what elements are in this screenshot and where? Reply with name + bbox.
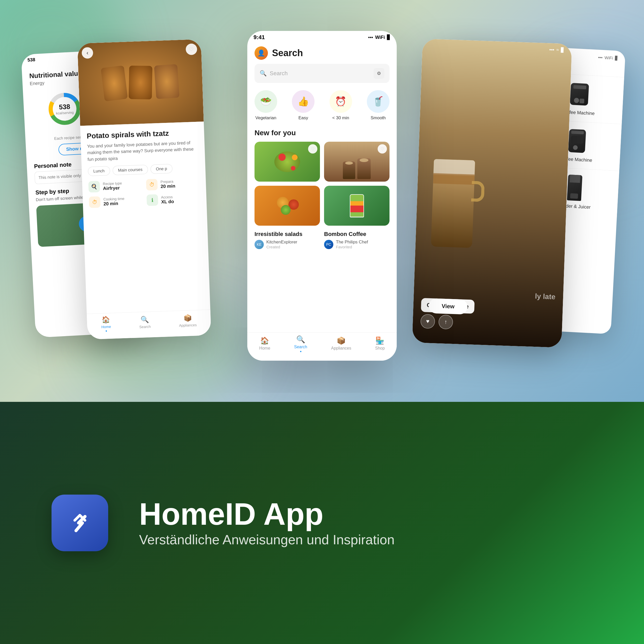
phone-search: 9:41 ▪▪▪ WiFi ▊ 👤 Search 🔍 Search ⚙ <box>247 31 397 361</box>
vegetarian-icon: 🥗 <box>255 90 277 113</box>
new-for-you-title: New for you <box>255 129 389 137</box>
recipe-hero: ‹ ♡ <box>77 39 204 126</box>
logo-svg <box>63 506 97 540</box>
search-status-bar: 9:41 ▪▪▪ WiFi ▊ <box>247 31 397 42</box>
recipe-title: Potato spirals with tzatz <box>87 128 198 141</box>
kitchen-explorer-name: KitchenExplorer <box>266 240 297 245</box>
prep-value: 20 min <box>160 183 175 189</box>
tag-main: Main courses <box>112 165 148 175</box>
battery-icon: ▊ <box>387 35 391 40</box>
smooth-label: Smooth <box>371 115 386 121</box>
late-text: ly late <box>535 292 555 301</box>
colorful-salad-card[interactable] <box>255 186 320 226</box>
nav-appliances[interactable]: 📦 Appliances <box>179 314 197 327</box>
cook-value: 20 min <box>104 200 125 207</box>
heart-button[interactable]: ♥ <box>420 314 435 329</box>
cook-time-icon: ⏱ <box>89 196 101 208</box>
signal-icon: ▪▪▪ <box>368 35 373 40</box>
recipe-meta: 🍳 Recipe type Airfryer ⏱ Prepara 20 min <box>88 177 200 208</box>
philips-chef-action: Favorited <box>336 245 368 249</box>
kitchen-explorer-avatar: KE <box>255 240 264 249</box>
access-icon: ℹ <box>147 194 158 206</box>
coffee-actions: View ♥ ↑ <box>420 314 453 329</box>
recipe-tags: Lunch Main courses One p <box>88 163 199 176</box>
salad-card[interactable]: ♡ <box>255 142 320 182</box>
filter-icon[interactable]: ⚙ <box>374 68 384 79</box>
recipe-grid: ♡ <box>255 142 389 226</box>
coffee-favorite[interactable]: ♡ <box>378 144 387 154</box>
search-icon: 🔍 <box>260 70 267 77</box>
user-avatar: 👤 <box>255 46 268 60</box>
easy-icon: 👍 <box>292 90 315 113</box>
search-bottom-nav: 🏠 Home 🔍 Search 📦 Appliances 🏪 Shop <box>247 332 397 361</box>
salad-favorite[interactable]: ♡ <box>308 144 317 154</box>
top-section: 538 Nutritional values Energy <box>0 0 644 402</box>
share-button[interactable]: ↑ <box>438 315 453 329</box>
search-nav-shop[interactable]: 🏪 Shop <box>375 336 385 351</box>
coffee-battery: ▊ <box>561 47 565 53</box>
category-easy[interactable]: 👍 Easy <box>292 90 315 121</box>
search-placeholder-text: Search <box>270 70 370 77</box>
app-text: HomeID App Verständliche Anweisungen und… <box>139 498 395 547</box>
search-nav-home[interactable]: 🏠 Home <box>259 336 270 351</box>
salad-author: KE KitchenExplorer Created <box>255 240 320 249</box>
prep-label: Prepara <box>160 179 175 184</box>
nav-search[interactable]: 🔍 Search <box>139 315 151 329</box>
user-row: 👤 Search <box>255 46 389 60</box>
salad-result: Irresistible salads KE KitchenExplorer C… <box>255 231 320 249</box>
search-nav-appliances[interactable]: 📦 Appliances <box>331 336 351 351</box>
salad-result-name: Irresistible salads <box>255 231 320 238</box>
search-header: 👤 Search 🔍 Search ⚙ 🥗 Vegetarian 👍 <box>247 42 397 287</box>
access-label: Access <box>161 195 174 199</box>
access-value: XL do <box>161 199 174 205</box>
kcal-value: 538 <box>55 103 73 112</box>
recipe-description: You and your family love potatoes but ar… <box>87 139 199 163</box>
search-bar[interactable]: 🔍 Search ⚙ <box>255 64 389 83</box>
search-nav-search[interactable]: 🔍 Search <box>294 335 307 352</box>
recipe-bottom-nav: 🏠 Home 🔍 Search 📦 Appliances <box>87 309 211 340</box>
mason-jar-card[interactable] <box>324 186 389 226</box>
phone-coffee: ▪▪▪ ≈ ▊ <box>412 39 572 348</box>
coffee-author: PC The Philips Chef Favorited <box>324 240 389 249</box>
30min-label: < 30 min <box>332 115 349 121</box>
wifi-icon: WiFi <box>375 35 385 40</box>
tag-lunch: Lunch <box>88 166 110 176</box>
coffee-screen-background: ▪▪▪ ≈ ▊ <box>412 39 572 348</box>
coffee-result-name: Bombon Coffee <box>324 231 389 238</box>
category-vegetarian[interactable]: 🥗 Vegetarian <box>255 90 277 121</box>
nutrition-time: 538 <box>27 57 35 63</box>
30min-icon: ⏰ <box>329 90 352 113</box>
phones-container: 538 Nutritional values Energy <box>26 21 618 386</box>
search-time: 9:41 <box>253 34 265 41</box>
cook-label: Cooking time <box>103 196 124 201</box>
category-smooth[interactable]: 🥤 Smooth <box>367 90 389 121</box>
kitchen-explorer-action: Created <box>266 245 297 249</box>
coffee-card[interactable]: ♡ <box>324 142 389 182</box>
philips-chef-name: The Philips Chef <box>336 240 368 245</box>
app-name: HomeID App <box>139 498 395 529</box>
coffee-wifi: ≈ <box>556 47 559 53</box>
recipe-type-value: Airfryer <box>103 185 122 191</box>
philips-chef-avatar: PC <box>324 240 333 249</box>
bottom-section: HomeID App Verständliche Anweisungen und… <box>0 402 644 644</box>
easy-label: Easy <box>298 115 308 121</box>
coffee-result: Bombon Coffee PC The Philips Chef Favori… <box>324 231 389 249</box>
phone-recipe: ‹ ♡ Potato spirals with tzatz You and yo… <box>77 39 211 340</box>
nav-home[interactable]: 🏠 Home <box>101 315 111 332</box>
recipe-type-icon: 🍳 <box>88 181 100 193</box>
smooth-icon: 🥤 <box>367 90 389 113</box>
tag-one: One p <box>150 164 173 174</box>
search-page-title: Search <box>272 48 303 58</box>
prep-time-icon: ⏱ <box>146 179 158 191</box>
view-button[interactable]: View <box>429 298 468 315</box>
recipe-results: Irresistible salads KE KitchenExplorer C… <box>255 231 389 284</box>
app-tagline: Verständliche Anweisungen und Inspiratio… <box>139 532 395 547</box>
donut-chart: 538 kcal/serving <box>46 90 83 128</box>
app-logo <box>52 495 108 551</box>
vegetarian-label: Vegetarian <box>255 115 276 121</box>
category-30min[interactable]: ⏰ < 30 min <box>329 90 352 121</box>
category-row: 🥗 Vegetarian 👍 Easy ⏰ < 30 min 🥤 Smooth <box>255 90 389 121</box>
coffee-signal: ▪▪▪ <box>549 47 554 53</box>
